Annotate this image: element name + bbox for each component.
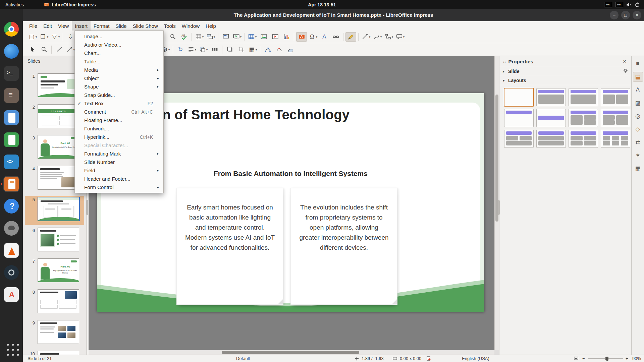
align-objects-button[interactable]: ▾ [186, 45, 197, 54]
show-draw-functions-button[interactable] [345, 32, 356, 42]
crop-image-button[interactable] [236, 45, 247, 54]
files-dock-icon[interactable] [3, 87, 19, 104]
volume-icon[interactable] [626, 2, 632, 7]
layout-title-content-two-content[interactable] [569, 109, 598, 127]
app-menu-button[interactable]: LibreOffice Impress [44, 2, 96, 7]
slide-transition-deck-button[interactable]: ⇄ [633, 137, 643, 147]
layout-six-content[interactable] [601, 130, 630, 148]
expand-arrow-icon[interactable]: ▸ [503, 69, 508, 74]
insert-menu-item-comment[interactable]: CommentCtrl+Alt+C [75, 108, 163, 116]
title-bar[interactable]: The Application and Development of IoT i… [23, 9, 644, 21]
fit-slide-icon[interactable] [574, 356, 579, 362]
chrome-dock-icon[interactable] [3, 21, 19, 37]
callout-shapes-button[interactable]: ▾ [395, 32, 406, 42]
vnc-tray-icon[interactable]: VNC [615, 2, 623, 7]
layout-title-only[interactable] [504, 109, 534, 127]
insert-menu-item-fontwork[interactable]: Fontwork... [75, 124, 163, 133]
insert-menu-item-floating-frame[interactable]: Floating Frame... [75, 116, 163, 124]
shapes-deck-button[interactable]: ◇ [633, 124, 643, 134]
horizontal-scrollbar-thumb[interactable] [222, 351, 359, 354]
zoom-slider[interactable] [588, 358, 623, 359]
vlc-dock-icon[interactable] [3, 242, 19, 258]
zoom-level-status[interactable]: 90% [632, 355, 641, 362]
master-slide-button[interactable] [220, 32, 231, 42]
menubar-tools[interactable]: Tools [161, 21, 179, 31]
display-views-button[interactable]: ▾ [205, 32, 216, 42]
insert-menu-item-special-character[interactable]: Special Character... [75, 141, 163, 149]
layout-title-content[interactable] [569, 88, 598, 106]
new-presentation-button[interactable]: ▢▾ [27, 32, 38, 42]
rotate-button[interactable]: ↻ [175, 45, 186, 54]
insert-menu-item-snap-guide[interactable]: Snap Guide... [75, 91, 163, 99]
open-file-button[interactable]: ❒▾ [39, 32, 49, 42]
save-button[interactable]: ▽▾ [50, 32, 61, 42]
menubar-window[interactable]: Window [179, 21, 203, 31]
power-icon[interactable] [635, 2, 640, 7]
styles-deck-button[interactable]: A [633, 85, 643, 95]
menubar-insert[interactable]: Insert [72, 21, 91, 31]
insert-table-button[interactable]: ▾ [247, 32, 258, 42]
insert-audio-or-video-button[interactable] [270, 32, 280, 42]
layouts-section-header[interactable]: Layouts [508, 78, 628, 83]
messenger-dock-icon[interactable] [3, 43, 19, 59]
system-tray[interactable]: VNC VNC [604, 2, 640, 7]
zoom-and-pan-button[interactable] [39, 45, 49, 54]
insert-line-button[interactable] [54, 45, 64, 54]
unsaved-changes-icon[interactable] [426, 356, 431, 362]
slide-thumbnail-10[interactable]: 10 [25, 350, 84, 355]
zoom-out-button[interactable]: − [582, 355, 585, 362]
steam-dock-icon[interactable] [3, 264, 19, 281]
curves-and-polygons-button[interactable]: ▾ [372, 32, 383, 42]
display-grid-button[interactable]: ▾ [194, 32, 205, 42]
close-sidebar-icon[interactable]: × [621, 58, 628, 65]
insert-special-characters-button[interactable]: Ω▾ [308, 32, 318, 42]
gluepoints-button[interactable] [274, 45, 284, 54]
insert-menu-item-slide-number[interactable]: Slide Number [75, 158, 163, 166]
software-center-dock-icon[interactable] [3, 287, 19, 303]
layout-content-over-content[interactable] [536, 130, 566, 148]
language-status[interactable]: English (USA) [449, 355, 502, 362]
content-card-left[interactable]: Early smart homes focused on basic autom… [176, 188, 283, 305]
insert-text-box-button[interactable] [296, 32, 307, 42]
sidebar-settings-deck-button[interactable]: ≡ [633, 59, 643, 69]
writer-dock-icon[interactable] [3, 110, 19, 126]
gimp-dock-icon[interactable] [3, 220, 19, 236]
navigator-deck-button[interactable]: ◎ [633, 111, 643, 121]
insert-menu-item-formatting-mark[interactable]: Formatting Mark▸ [75, 149, 163, 158]
find-and-replace-button[interactable] [167, 32, 178, 42]
clock[interactable]: Apr 18 13:51 [308, 2, 336, 7]
shadow-button[interactable] [224, 45, 235, 54]
start-from-first-slide-button[interactable]: ▾ [232, 32, 243, 42]
slide-thumbnail-6[interactable]: 6 [25, 227, 84, 256]
layout-title-two-content[interactable] [601, 88, 630, 106]
show-applications-icon[interactable] [3, 340, 19, 356]
arrange-button[interactable]: ▾ [198, 45, 209, 54]
close-button[interactable]: × [633, 11, 641, 19]
menubar-help[interactable]: Help [203, 21, 219, 31]
menubar-slide-show[interactable]: Slide Show [130, 21, 161, 31]
activities-button[interactable]: Activities [5, 2, 24, 7]
menubar-slide[interactable]: Slide [112, 21, 129, 31]
insert-menu-item-shape[interactable]: Shape▸ [75, 82, 163, 91]
impress-dock-icon[interactable] [3, 176, 19, 192]
distribute-selection-button[interactable] [209, 45, 220, 54]
help-dock-icon[interactable] [3, 198, 19, 214]
insert-hyperlink-button[interactable] [330, 32, 341, 42]
slide-section-header[interactable]: Slide [508, 69, 623, 74]
insert-menu-item-chart[interactable]: Chart... [75, 49, 163, 57]
layout-title-two-content-content[interactable] [601, 109, 630, 127]
insert-menu-item-field[interactable]: Field▸ [75, 166, 163, 175]
gallery-deck-button[interactable]: ▨ [633, 98, 643, 108]
slide-thumbnail-9[interactable]: 9 [25, 319, 84, 348]
select-button[interactable] [27, 45, 38, 54]
menubar-format[interactable]: Format [91, 21, 113, 31]
insert-image-button[interactable] [258, 32, 269, 42]
slide-settings-icon[interactable] [623, 68, 628, 74]
calc-dock-icon[interactable] [3, 132, 19, 148]
content-card-right[interactable]: The evolution includes the shift from pr… [290, 188, 397, 305]
terminal-dock-icon[interactable] [3, 65, 19, 81]
lines-and-arrows-button[interactable]: ▾ [361, 32, 371, 42]
properties-deck-button[interactable]: ▤ [633, 72, 643, 82]
toggle-extrusion-button[interactable] [285, 45, 296, 54]
menubar-file[interactable]: File [26, 21, 40, 31]
